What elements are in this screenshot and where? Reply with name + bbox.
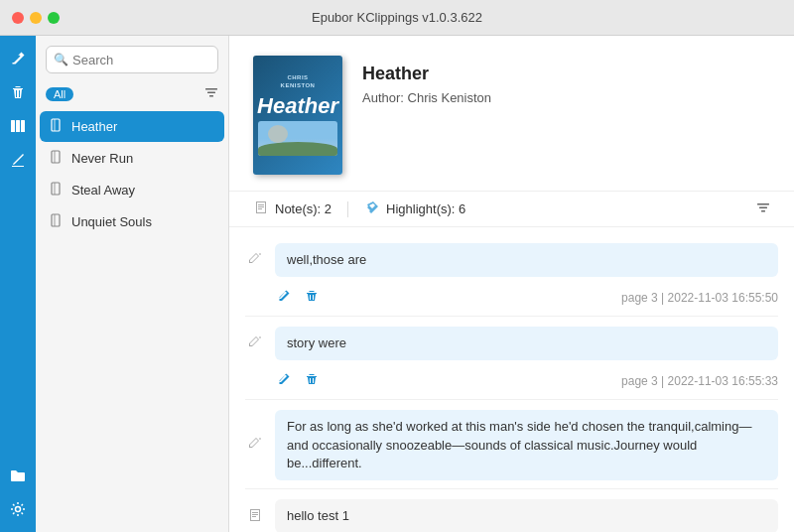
notes-stat: Note(s): 2 [253, 200, 331, 218]
svg-rect-6 [209, 95, 213, 97]
svg-rect-13 [761, 210, 765, 212]
stats-filter-icon[interactable] [756, 200, 770, 217]
stat-divider [347, 201, 348, 217]
sidebar: 🔍 All Heather [36, 36, 229, 532]
clipping-group-2: story were page 3 | 2022-11-03 16:55:33 [229, 319, 794, 400]
app-body: 🔍 All Heather [0, 36, 794, 532]
clipping-actions-row-2: page 3 | 2022-11-03 16:55:33 [229, 368, 794, 399]
sidebar-icon-trash[interactable] [3, 77, 33, 107]
clipping-meta-1: page 3 | 2022-11-03 16:55:50 [621, 291, 778, 305]
highlights-stat-label: Highlight(s): 6 [386, 201, 465, 216]
clipping-divider-2 [245, 399, 778, 400]
icon-bar [0, 36, 36, 532]
clipping-actions-row-1: page 3 | 2022-11-03 16:55:50 [229, 285, 794, 316]
clipping-text-row-3: For as long as she'd worked at this man'… [229, 402, 794, 488]
svg-rect-0 [11, 120, 15, 132]
sidebar-item-steal-away[interactable]: Steal Away [40, 175, 224, 205]
note-icon-4 [245, 507, 265, 526]
notes-stat-label: Note(s): 2 [275, 201, 331, 216]
clipping-divider-3 [245, 488, 778, 489]
svg-rect-8 [52, 151, 60, 163]
sidebar-filter-bar: All [36, 81, 228, 106]
highlight-icon-2 [245, 334, 265, 353]
sidebar-item-unquiet-souls[interactable]: Unquiet Souls [40, 206, 224, 237]
sidebar-icon-pen[interactable] [3, 145, 33, 175]
book-info: Heather Author: Chris Keniston [362, 56, 491, 105]
sidebar-icon-books[interactable] [3, 111, 33, 141]
app-title: Epubor KClippings v1.0.3.622 [312, 10, 482, 25]
search-input[interactable] [46, 46, 218, 73]
book-author: Author: Chris Keniston [362, 90, 491, 105]
sidebar-icon-settings[interactable] [3, 494, 33, 524]
clipping-text-4: hello test 1 [275, 499, 778, 532]
book-icon-unquiet-souls [50, 213, 64, 230]
sidebar-item-label-unquiet-souls: Unquiet Souls [71, 214, 152, 229]
clipping-group-4: hello test 1 page 4 | 2023-05-15 10:41:1… [229, 491, 794, 532]
book-header: CHRISKENISTON Heather Heather Author: Ch… [229, 36, 794, 191]
svg-rect-11 [757, 203, 769, 205]
search-icon: 🔍 [54, 53, 68, 66]
minimize-button[interactable] [30, 12, 42, 24]
note-stat-icon [253, 200, 269, 218]
maximize-button[interactable] [48, 12, 60, 24]
edit-button-1[interactable] [275, 287, 293, 308]
book-cover: CHRISKENISTON Heather [253, 56, 342, 175]
svg-rect-7 [52, 119, 60, 131]
clipping-text-row-2: story were [229, 319, 794, 368]
clipping-text-2: story were [275, 327, 778, 360]
highlight-icon-3 [245, 436, 265, 455]
stats-bar: Note(s): 2 Highlight(s): 6 [229, 191, 794, 227]
sidebar-icon-folder[interactable] [3, 461, 33, 490]
clipping-text-3: For as long as she'd worked at this man'… [275, 410, 778, 480]
svg-rect-10 [52, 214, 60, 226]
traffic-lights [12, 12, 60, 24]
sidebar-icon-edit[interactable] [3, 44, 33, 73]
clipping-meta-2: page 3 | 2022-11-03 16:55:33 [621, 374, 778, 388]
all-badge[interactable]: All [46, 87, 73, 101]
sidebar-item-label-heather: Heather [71, 119, 117, 134]
book-icon-never-run [50, 150, 64, 167]
svg-rect-1 [16, 120, 20, 132]
clipping-text-row-1: well,those are [229, 235, 794, 285]
book-icon-heather [50, 118, 64, 135]
svg-rect-5 [207, 92, 215, 94]
cover-author-text: CHRISKENISTON [281, 74, 316, 88]
book-icon-steal-away [50, 182, 64, 199]
sidebar-item-heather[interactable]: Heather [40, 111, 224, 142]
clippings-list: well,those are page 3 | 2022-11-03 16:55… [229, 227, 794, 532]
sidebar-list: Heather Never Run Steal Away Unquiet Sou… [36, 110, 228, 532]
clipping-text-1: well,those are [275, 243, 778, 277]
titlebar: Epubor KClippings v1.0.3.622 [0, 0, 794, 36]
filter-icon[interactable] [204, 85, 218, 102]
svg-rect-9 [52, 183, 60, 195]
icon-bar-bottom [3, 461, 33, 532]
close-button[interactable] [12, 12, 24, 24]
svg-rect-2 [21, 120, 25, 132]
highlights-stat: Highlight(s): 6 [364, 200, 465, 218]
main-content: CHRISKENISTON Heather Heather Author: Ch… [229, 36, 794, 532]
highlight-stat-icon [364, 200, 380, 218]
sidebar-item-label-never-run: Never Run [71, 151, 133, 166]
highlight-icon-1 [245, 251, 265, 270]
search-box: 🔍 [46, 46, 218, 73]
clipping-group-1: well,those are page 3 | 2022-11-03 16:55… [229, 235, 794, 317]
delete-button-1[interactable] [303, 287, 321, 308]
sidebar-item-label-steal-away: Steal Away [71, 183, 135, 198]
svg-rect-4 [205, 88, 217, 90]
clipping-divider-1 [245, 316, 778, 317]
cover-scene [258, 121, 337, 156]
clipping-group-3: For as long as she'd worked at this man'… [229, 402, 794, 489]
delete-button-2[interactable] [303, 370, 321, 391]
svg-point-3 [16, 507, 21, 512]
cover-title-text: Heather [257, 93, 338, 119]
book-title: Heather [362, 64, 491, 84]
svg-rect-12 [759, 207, 767, 209]
sidebar-item-never-run[interactable]: Never Run [40, 143, 224, 174]
edit-button-2[interactable] [275, 370, 293, 391]
clipping-text-row-4: hello test 1 [229, 491, 794, 532]
